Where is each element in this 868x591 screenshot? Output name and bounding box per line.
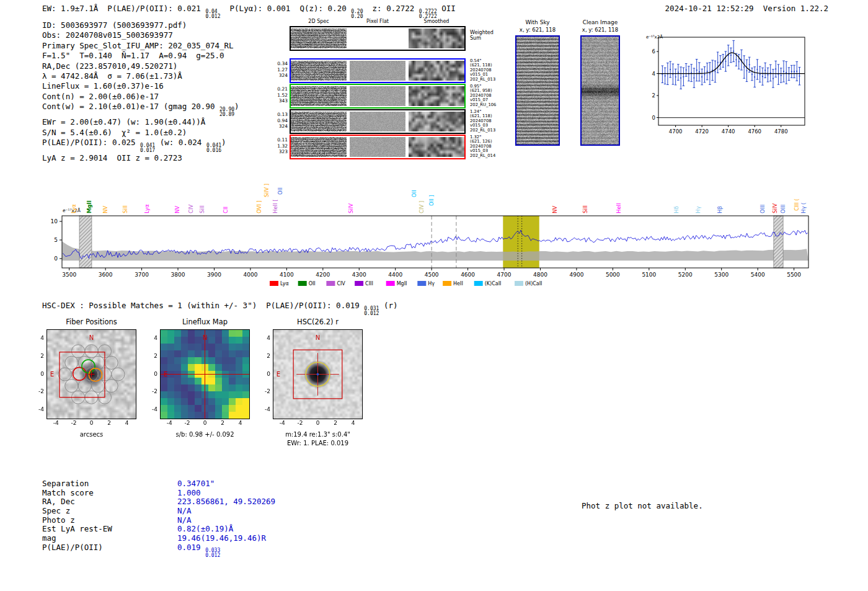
smoothed-cutout-image xyxy=(409,29,464,48)
match-row-score: Match score1.000 xyxy=(42,488,275,497)
emission-line-label: CII xyxy=(223,207,229,213)
clean-image-title: Clean Image xyxy=(572,19,628,25)
x-tick-label: -2 xyxy=(294,420,306,426)
x-tick-label: 4 xyxy=(234,420,247,426)
y-tick-label: -2 xyxy=(146,388,157,394)
match-row-radec: RA, Dec223.856861, 49.520269 xyxy=(42,497,275,506)
full-spectrum-svg: 0510350036003700380039004000410042004300… xyxy=(37,163,834,290)
fiber-circle xyxy=(105,356,118,369)
info-sn: S/N = 5.4(±0.6) χ² = 1.0(±0.2) xyxy=(42,128,239,138)
elixer-report: EW: 1.9±7.1Å P(LAE)/P(OII): 0.021 0.040.… xyxy=(0,0,868,591)
x-tick-label: 4780 xyxy=(774,128,788,135)
x-tick-label: 3800 xyxy=(171,272,185,278)
compass-north: N xyxy=(316,334,320,341)
x-tick-label: 4100 xyxy=(280,272,294,278)
2d-spec-cutout-image xyxy=(291,61,347,81)
qz-value: Q(z): 0.20 xyxy=(299,4,351,13)
emission-line-label: NV xyxy=(552,206,558,213)
emission-line-label: Hβ xyxy=(717,206,723,213)
lineflux-map-plot: NE-4-4-2-2002244 xyxy=(160,329,250,419)
info-obs: Obs: 20240708v015_5003693977 xyxy=(42,30,239,40)
emission-line-label: SiII xyxy=(582,205,588,213)
with-sky-2d-image xyxy=(516,37,559,144)
emission-line-label: OII xyxy=(277,187,283,195)
legend-label: (H)CaII xyxy=(525,281,542,287)
fiber-weight-labels: 0.111.32323 xyxy=(273,137,288,155)
hsc-ewr-label: EWr: 1. PLAE: 0.019 xyxy=(273,440,363,447)
emission-line-label: Hγ xyxy=(695,207,701,213)
cutout-row xyxy=(290,109,466,134)
noise-band xyxy=(62,241,808,260)
x-tick-label: 4760 xyxy=(748,128,761,135)
info-cont-w: Cont(w) = 2.10(±0.01)e-17 (gmag 20.90 20… xyxy=(42,102,239,117)
emission-line-label: CIII ( xyxy=(794,199,800,211)
x-tick-label: 4 xyxy=(121,420,133,426)
plae-poii-uncertainty: 0.040.012 xyxy=(205,9,220,19)
emission-line-label: HeII xyxy=(616,203,622,213)
with-sky-title: With Sky xyxy=(510,19,565,25)
emission-line-label: MgII xyxy=(86,200,92,213)
emission-line-label: Lyα xyxy=(71,204,77,213)
pixel-flat-cutout-image xyxy=(350,137,405,157)
fiber-positions-overlay: NE xyxy=(47,330,136,419)
emission-line-label: OII xyxy=(411,190,417,197)
pixel-flat-cutout-image xyxy=(350,61,405,81)
fiber-positions-xlabel: arcsecs xyxy=(46,431,136,438)
fiber-detail-labels: 1.24"(621, 118)20240708v015_03202_RL_013 xyxy=(470,110,508,133)
smoothed-cutout-image xyxy=(409,86,464,106)
fiber-circle xyxy=(71,345,84,358)
y-tick-label: 2 xyxy=(146,353,157,359)
emission-line-label: OIII xyxy=(780,205,786,213)
legend-swatch xyxy=(270,281,278,286)
line-fit-plot: 024647004720474047604780e⁻¹⁷x2Å xyxy=(644,32,812,146)
legend-swatch xyxy=(326,281,335,286)
x-tick-label: 0 xyxy=(86,420,98,426)
emission-line-label: Lyα xyxy=(144,204,150,213)
x-tick-label: 4600 xyxy=(461,272,475,278)
lineflux-sb-label: s/b: 0.98 +/- 0.092 xyxy=(160,431,250,438)
timestamp-version: 2024-10-21 12:52:29 Version 1.22.2 xyxy=(665,4,828,13)
y-tick-label: 0 xyxy=(259,371,270,377)
y-tick-label: 4 xyxy=(259,335,270,341)
x-tick-label: 3500 xyxy=(62,272,76,278)
fiber-circle xyxy=(85,345,98,358)
fiber-cutout-grid: 2D Spec Pixel Flat Smoothed WeightedSum … xyxy=(273,19,539,161)
info-wavelength: λ = 4742.84Å σ = 7.06(±1.73)Å xyxy=(42,71,239,81)
z-value: z: 0.2722 xyxy=(363,4,419,13)
y-tick-label: -2 xyxy=(259,388,270,394)
emission-line-label: CIV ] xyxy=(418,201,425,213)
legend-label: (K)CaII xyxy=(485,281,502,287)
catalog-position-marker xyxy=(317,373,319,376)
x-tick-label: 4720 xyxy=(695,128,709,135)
fiber-circle xyxy=(105,380,118,393)
y-tick-label: 6 xyxy=(652,48,655,55)
selected-fiber-circle xyxy=(73,367,86,380)
clean-2d-image xyxy=(582,37,619,144)
fiber-detail-labels: 0.54"(621, 118)20240708v015_01202_RL_013 xyxy=(470,59,508,82)
cutout-row xyxy=(290,58,466,83)
legend-swatch xyxy=(417,281,426,286)
fiber-weight-labels: 0.211.52343 xyxy=(273,86,288,104)
x-tick-label: 2 xyxy=(216,420,229,426)
y-tick-label: -4 xyxy=(33,406,44,412)
x-tick-label: 4000 xyxy=(243,272,257,278)
compass-north: N xyxy=(89,334,94,341)
legend-swatch xyxy=(298,281,307,286)
hsc-match-header: HSC-DEX : Possible Matches = 1 (within +… xyxy=(42,301,397,316)
legend-swatch xyxy=(443,281,451,286)
x-tick-label: 4300 xyxy=(352,272,366,278)
lineflux-map-overlay: NE xyxy=(161,330,249,419)
match-table: Separation0.34701" Match score1.000 RA, … xyxy=(42,479,275,552)
info-radec: RA,Dec (223.857010,49.520271) xyxy=(42,61,239,71)
smoothed-cutout-image xyxy=(409,137,464,157)
x-tick-label: 0 xyxy=(312,420,324,426)
2d-spec-cutout-image xyxy=(291,112,347,131)
emission-line-label: SiII xyxy=(199,205,205,213)
y-tick-label: -2 xyxy=(33,388,44,394)
photz-note: Phot z plot not available. xyxy=(582,501,703,510)
x-tick-label: 5500 xyxy=(787,272,801,278)
full-spectrum-plot: 0510350036003700380039004000410042004300… xyxy=(37,163,834,293)
ew-value: EW: 1.9±7.1Å xyxy=(42,4,107,13)
fiber-positions-plot: NE-4-4-2-2002244 xyxy=(46,329,136,419)
emission-line-label: SiIV xyxy=(772,203,778,213)
